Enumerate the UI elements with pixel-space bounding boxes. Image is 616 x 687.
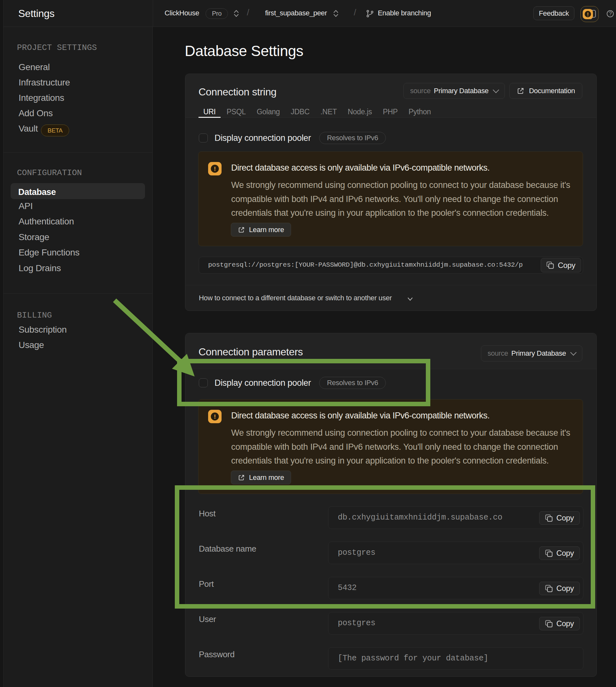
svg-text:!: ! [587,12,589,18]
